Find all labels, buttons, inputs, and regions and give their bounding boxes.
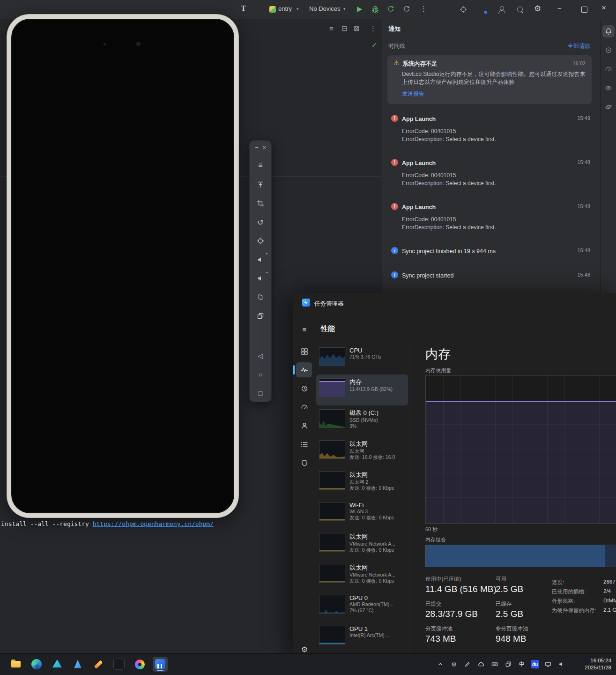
hw-value: 2667 <box>603 579 616 588</box>
terminal-link[interactable]: https://ohpm.openharmony.cn/ohpm/ <box>93 520 214 527</box>
memory-free-segment <box>605 545 616 567</box>
device-file-browser-button[interactable] <box>479 6 486 13</box>
emulator-pane-split-icon[interactable]: ⊟ <box>341 24 348 33</box>
nav-users-icon[interactable] <box>297 419 312 433</box>
send-report-link[interactable]: 发送报告 <box>402 90 424 98</box>
performance-list-item[interactable]: 磁盘 0 (C:) SSD (NVMe)3% <box>316 405 408 436</box>
chevron-down-icon: ▾ <box>297 7 299 11</box>
run-button[interactable]: ▶ <box>357 5 363 13</box>
performance-list-item[interactable]: GPU 1 Intel(R) Arc(TM) ... <box>316 622 408 653</box>
profile-button[interactable] <box>497 6 505 13</box>
performance-list-item[interactable]: 以太网 以太网发送: 16.0 接收: 16.0 <box>316 436 408 467</box>
nav-recents-button[interactable]: □ <box>253 386 267 400</box>
previewer-eye-icon[interactable] <box>602 82 615 94</box>
pin-top-button[interactable] <box>253 178 267 192</box>
tray-settings-icon[interactable]: ⚙ <box>449 660 459 669</box>
nav-processes-icon[interactable] <box>297 345 312 359</box>
volume-down-button[interactable]: − <box>253 271 267 285</box>
emulator-pane-more-icon[interactable]: ⋮ <box>370 24 377 33</box>
performance-list-item[interactable]: 以太网 VMware Network A...发送: 0 接收: 0 Kbps <box>316 529 408 560</box>
tray-display-icon[interactable] <box>543 660 553 669</box>
toolbar-menu-button[interactable]: ≡ <box>253 158 267 172</box>
dark-app-icon[interactable] <box>111 657 126 672</box>
tray-cloud-icon[interactable] <box>476 660 486 669</box>
notification-item[interactable]: ! App Launch 15:49 ErrorCode: 00401015Er… <box>382 111 600 155</box>
emulator-screen[interactable] <box>11 19 234 513</box>
performance-list-item[interactable]: Wi-Fi WLAN 3发送: 0 接收: 0 Kbps <box>316 498 408 529</box>
notification-item[interactable]: ! App Launch 15:48 ErrorCode: 00401015Er… <box>382 155 600 199</box>
more-actions-button[interactable]: ⋮ <box>420 5 427 13</box>
tray-windows-icon[interactable] <box>504 660 513 669</box>
baidu-netdisk-icon[interactable]: du <box>531 660 539 668</box>
pinwheel-app-icon[interactable] <box>132 657 147 672</box>
nav-back-button[interactable]: ◁ <box>253 349 267 363</box>
stat-label: 已缓存 <box>496 600 552 608</box>
performance-list-item[interactable]: GPU 0 AMD Radeon(TM)...7% (67 °C) <box>316 591 408 622</box>
notification-title: App Launch <box>402 160 436 166</box>
window-minimize-button[interactable]: − <box>557 4 562 12</box>
search-button[interactable] <box>517 7 523 12</box>
nav-startup-apps-icon[interactable] <box>297 400 312 414</box>
emulator-pane-menu-icon[interactable]: ≡ <box>329 24 334 32</box>
volume-up-button[interactable]: + <box>253 253 267 267</box>
taskmgr-menu-button[interactable]: ≡ <box>297 322 312 336</box>
taskbar-clock[interactable]: 16:05:24 2025/11/28 <box>585 657 611 671</box>
edge-browser-icon[interactable] <box>29 657 44 672</box>
performance-list-item[interactable]: 以太网 以太网 2发送: 0 接收: 0 Kbps <box>316 467 408 498</box>
chevron-down-icon: ▾ <box>343 7 346 11</box>
device-selector[interactable]: No Devices <box>309 5 340 12</box>
tray-keyboard-icon[interactable] <box>490 660 499 669</box>
stat-label: 可用 <box>496 576 552 583</box>
notification-item[interactable]: i Sync project started 15:48 <box>382 267 600 292</box>
plugin-logo-icon[interactable]: T <box>241 4 246 13</box>
notification-item[interactable]: i Sync project finished in 19 s 944 ms 1… <box>382 243 600 267</box>
restart-app-button[interactable] <box>387 6 394 13</box>
fold-screen-button[interactable] <box>253 290 267 304</box>
nav-details-icon[interactable] <box>297 437 312 451</box>
page-title: 性能 <box>321 324 335 333</box>
file-explorer-icon[interactable] <box>8 657 23 672</box>
performance-list-item[interactable]: CPU 71% 3.76 GHz <box>316 344 408 375</box>
warning-notification-card[interactable]: ⚠ 系统内存不足 16:02 DevEco Studio运行内存不足，这可能会影… <box>387 55 592 104</box>
attach-debugger-button[interactable] <box>460 6 467 13</box>
active-app-icon[interactable] <box>153 657 168 672</box>
metric-sparkline <box>319 409 345 428</box>
nav-home-button[interactable]: ○ <box>253 368 267 382</box>
window-close-button[interactable]: × <box>601 3 606 13</box>
record-tool-icon[interactable] <box>602 44 615 56</box>
nav-performance-icon[interactable] <box>297 363 312 377</box>
teal-app-icon[interactable] <box>50 657 65 672</box>
nav-app-history-icon[interactable] <box>297 382 312 396</box>
notifications-bell-icon[interactable] <box>602 25 615 38</box>
list-detail-divider <box>409 340 409 656</box>
debug-button[interactable] <box>371 5 379 14</box>
metric-subtext: AMD Radeon(TM)...7% (67 °C) <box>349 601 393 614</box>
performance-list-item[interactable]: 以太网 VMware Network A...发送: 0 接收: 0 Kbps <box>316 560 408 591</box>
window-maximize-button[interactable] <box>581 7 587 13</box>
clear-all-link[interactable]: 全部清除 <box>568 42 590 50</box>
location-button[interactable] <box>253 234 267 248</box>
brush-app-icon[interactable] <box>91 657 106 672</box>
toolbar-close-button[interactable]: × <box>260 142 269 152</box>
settings-button[interactable]: ⚙ <box>534 4 541 14</box>
tray-volume-icon[interactable] <box>557 660 566 669</box>
hidden-icons-chevron[interactable] <box>436 660 445 669</box>
performance-list-item[interactable]: 内存 11.4/13.9 GB (82%) <box>316 375 408 405</box>
blue-triangle-app-icon[interactable] <box>70 657 85 672</box>
rotate-button[interactable]: ↺ <box>253 215 267 229</box>
run-config-selector[interactable]: entry <box>278 5 292 12</box>
emulator-pane-close-icon[interactable]: ⊠ <box>354 24 360 33</box>
ime-language-icon[interactable]: 中 <box>517 660 527 669</box>
timeline-label: 时间线 <box>388 42 405 50</box>
nav-services-icon[interactable] <box>297 456 312 470</box>
notification-item[interactable]: ! App Launch 15:48 ErrorCode: 00401015Er… <box>382 199 600 243</box>
screenshot-button[interactable] <box>253 196 267 210</box>
multi-window-button[interactable] <box>253 309 267 323</box>
hardware-info-row: 速度: 2667 <box>552 579 616 588</box>
sync-project-button[interactable] <box>403 6 410 13</box>
minus-mark: − <box>266 270 268 275</box>
profiler-gauge-icon[interactable] <box>602 63 615 75</box>
memory-stats-grid: 使用中(已压缩) 11.4 GB (516 MB) 可用 2.5 GB 已提交 … <box>425 576 553 650</box>
planet-tool-icon[interactable] <box>602 101 615 113</box>
tray-pen-icon[interactable] <box>463 660 472 669</box>
